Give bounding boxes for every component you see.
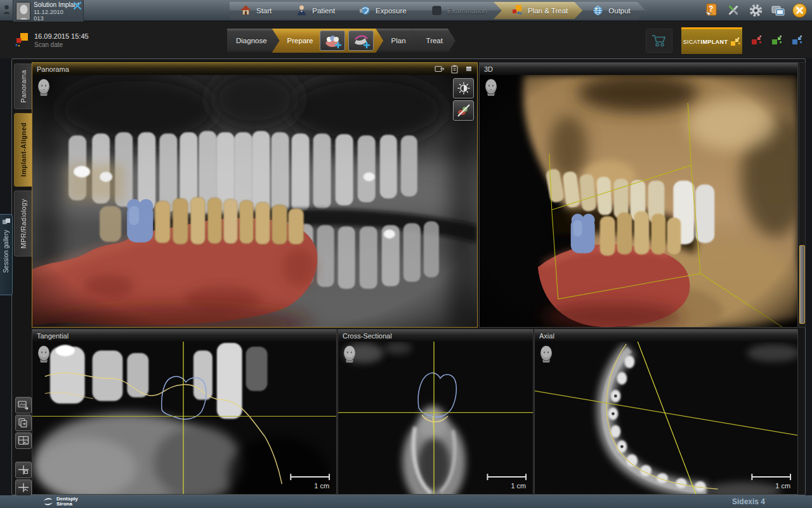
session-gallery-tab[interactable]: Session gallery	[0, 214, 13, 295]
plan-treat-squares-icon	[511, 4, 523, 17]
maximize-view-icon[interactable]	[465, 65, 473, 72]
view-title: Axial	[539, 332, 554, 340]
home-icon	[240, 4, 252, 17]
tangential-slice-image: 1 cm	[32, 342, 336, 494]
step-label: Plan	[391, 37, 406, 44]
plan-treat-toolbar: 16.09.2015 15:45 Scan date Diagnose Prep…	[0, 22, 812, 58]
slider-handle[interactable]	[799, 245, 805, 324]
reset-layout-icon	[18, 436, 29, 446]
sicat-app-red-button[interactable]	[751, 35, 763, 46]
phase-tab-plan-treat[interactable]: Plan & Treat	[494, 2, 583, 19]
axial-title-bar: Axial	[535, 330, 797, 342]
brightness-contrast-button[interactable]	[453, 78, 474, 98]
product-name: Sidexis 4	[732, 497, 765, 506]
help-glyph: ?	[709, 4, 713, 13]
sicat-product: IMPLANT	[701, 39, 728, 45]
patient-record-id: 013	[34, 15, 79, 22]
tools-button[interactable]	[726, 3, 741, 18]
center-crosshair-icon	[18, 465, 29, 475]
workspace-tab-mpr-radiology[interactable]: MPR/Radiology	[14, 190, 32, 257]
app-user-icon	[3, 4, 11, 15]
step-diagnose[interactable]: Diagnose	[227, 29, 280, 53]
brightness-contrast-icon	[457, 81, 471, 95]
shopping-cart-button[interactable]	[646, 29, 672, 53]
phase-tab-output[interactable]: Output	[574, 2, 646, 19]
app-root: Solution Implant 11.12.2010 013 Start	[0, 0, 812, 508]
axial-slice-image: 1 cm	[535, 342, 797, 494]
phase-label: Plan & Treat	[528, 7, 568, 15]
jump-to-crosshair-button[interactable]	[15, 479, 32, 496]
export-view-icon[interactable]	[435, 65, 445, 73]
patient-avatar	[16, 2, 30, 20]
view-tangential: Tangential	[32, 329, 337, 495]
add-optical-impression-button[interactable]	[320, 30, 345, 51]
workspace-tab-panorama[interactable]: Panorama	[14, 64, 32, 109]
phase-tab-patient[interactable]: Patient	[278, 2, 350, 19]
window-layout-icon	[770, 3, 785, 17]
add-panoramic-curve-icon	[351, 32, 370, 49]
window-layout-button[interactable]	[770, 3, 785, 18]
settings-button[interactable]	[748, 3, 763, 18]
person-icon	[296, 4, 308, 17]
status-bar: Dentsply Sirona Sidexis 4	[0, 495, 812, 508]
scale-label: 1 cm	[314, 482, 329, 490]
workspace-tab-label: Panorama	[20, 70, 27, 103]
workspace-tab-label: MPR/Radiology	[20, 199, 27, 248]
workspace-frame: Panorama Implant-Aligned MPR/Radiology	[11, 58, 806, 495]
tangential-title-bar: Tangential	[32, 330, 336, 342]
phase-label: Exposure	[376, 7, 407, 15]
panorama-xray-image	[32, 75, 477, 327]
hide-objects-button[interactable]	[453, 100, 474, 121]
sicat-implant-button[interactable]: SICATIMPLANT	[681, 27, 742, 54]
3d-canvas[interactable]	[480, 75, 797, 327]
copy-to-clipboard-icon[interactable]	[450, 65, 459, 74]
view-title: Panorama	[37, 65, 69, 73]
orientation-head-icon	[484, 79, 498, 96]
view-title: Tangential	[37, 332, 69, 340]
sicat-app-green-button[interactable]	[771, 35, 783, 46]
patient-name: Solution Implant	[34, 2, 79, 9]
sicat-app-blue-button[interactable]	[792, 35, 803, 46]
view-cross-sectional: Cross-Sectional	[337, 329, 534, 495]
window-controls: ?	[704, 3, 807, 18]
workspace-tab-implant-aligned[interactable]: Implant-Aligned	[14, 113, 32, 187]
add-optical-impression-icon	[323, 32, 342, 49]
help-button[interactable]: ?	[704, 3, 719, 18]
step-label: Treat	[426, 37, 443, 44]
export-screenshot-button[interactable]	[15, 397, 32, 413]
xray-exposure-icon	[359, 4, 371, 17]
cross-sectional-slice-image: 1 cm	[338, 342, 533, 494]
panorama-canvas[interactable]	[32, 75, 477, 327]
tangential-canvas[interactable]: 1 cm	[32, 342, 336, 494]
orientation-head-icon	[37, 345, 51, 363]
examination-icon	[431, 4, 443, 17]
reset-layout-button[interactable]	[15, 432, 32, 449]
view-title: Cross-Sectional	[343, 332, 392, 340]
active-patient-tab[interactable]: Solution Implant 11.12.2010 013	[13, 0, 84, 23]
workflow-steps: Diagnose Prepare	[227, 29, 455, 53]
shopping-cart-icon	[651, 33, 667, 48]
center-crosshair-button[interactable]	[15, 462, 32, 478]
phase-tab-examination: Examination	[413, 2, 502, 19]
3d-depth-slider[interactable]	[799, 62, 806, 328]
globe-output-icon	[592, 4, 604, 17]
axial-canvas[interactable]: 1 cm	[535, 342, 797, 494]
phase-tab-start[interactable]: Start	[230, 2, 287, 19]
phase-label: Output	[608, 7, 631, 15]
add-panoramic-curve-button[interactable]	[348, 30, 374, 51]
scale-label: 1 cm	[511, 482, 526, 490]
phase-tab-exposure[interactable]: Exposure	[341, 2, 422, 19]
title-bar: Solution Implant 11.12.2010 013 Start	[0, 0, 812, 21]
3d-title-bar: 3D	[480, 63, 797, 75]
cross-sectional-canvas[interactable]: 1 cm	[338, 342, 533, 494]
view-panorama: Panorama	[32, 62, 478, 328]
scale-label: 1 cm	[775, 482, 790, 490]
cross-sectional-title-bar: Cross-Sectional	[338, 330, 533, 342]
copy-view-button[interactable]	[15, 415, 32, 431]
phase-label: Examination	[447, 7, 487, 15]
store-area: SICATIMPLANT	[646, 27, 803, 55]
hide-objects-icon	[457, 104, 471, 117]
close-patient-icon[interactable]	[74, 2, 81, 10]
close-app-button[interactable]	[792, 3, 807, 18]
step-prepare[interactable]: Prepare	[272, 29, 384, 53]
